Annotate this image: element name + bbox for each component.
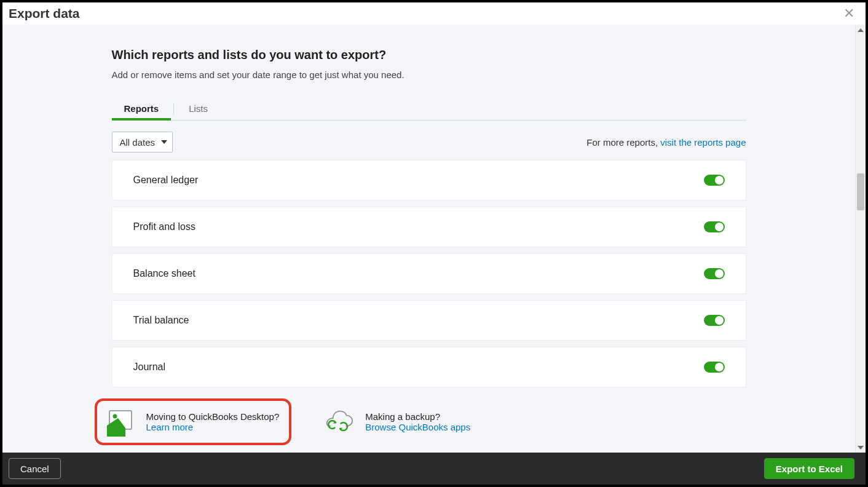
card-text: Making a backup? Browse QuickBooks apps (365, 411, 470, 432)
date-range-value: All dates (120, 137, 156, 148)
card-making-backup: Making a backup? Browse QuickBooks apps (316, 398, 480, 445)
report-item-journal: Journal (112, 347, 746, 387)
report-label: Profit and loss (133, 221, 195, 232)
scroll-down-button[interactable] (856, 442, 866, 453)
tab-separator (173, 103, 174, 114)
report-label: Journal (133, 362, 165, 373)
toggle-journal[interactable] (704, 362, 725, 373)
dialog-title: Export data (9, 6, 80, 21)
report-label: Balance sheet (133, 268, 195, 279)
scroll-area: Which reports and lists do you want to e… (2, 25, 855, 453)
toggle-trial-balance[interactable] (704, 315, 725, 326)
cloud-refresh-icon (323, 407, 354, 437)
visit-reports-page-link[interactable]: visit the reports page (660, 137, 746, 148)
more-reports-prefix: For more reports, (586, 137, 660, 148)
report-item-balance-sheet: Balance sheet (112, 253, 746, 294)
page-heading: Which reports and lists do you want to e… (112, 48, 746, 62)
toggle-knob (715, 269, 724, 278)
toggle-knob (715, 223, 724, 231)
report-list: General ledger Profit and loss Balance s… (112, 160, 746, 387)
page-subheading: Add or remove items and set your date ra… (112, 69, 746, 80)
toggle-knob (715, 363, 724, 371)
toggle-profit-and-loss[interactable] (704, 221, 725, 232)
card-title: Making a backup? (365, 411, 470, 422)
arrow-down-icon (858, 446, 864, 449)
scrollbar-thumb[interactable] (857, 173, 864, 210)
dialog-body: Which reports and lists do you want to e… (2, 25, 866, 453)
dialog-header: Export data ✕ (2, 2, 866, 25)
date-range-select[interactable]: All dates (112, 132, 173, 152)
browse-apps-link[interactable]: Browse QuickBooks apps (365, 422, 470, 432)
tabs: Reports Lists (112, 97, 746, 121)
report-item-trial-balance: Trial balance (112, 300, 746, 341)
arrow-up-icon (858, 28, 864, 32)
card-title: Moving to QuickBooks Desktop? (146, 411, 280, 422)
export-data-dialog: Export data ✕ Which reports and lists do… (0, 0, 868, 487)
card-moving-to-desktop: Moving to QuickBooks Desktop? Learn more (95, 398, 292, 445)
report-label: Trial balance (133, 315, 189, 326)
report-label: General ledger (133, 175, 199, 186)
image-icon (105, 407, 135, 437)
scrollbar-track[interactable] (856, 35, 866, 442)
learn-more-link[interactable]: Learn more (146, 422, 280, 432)
chevron-down-icon (161, 140, 167, 144)
scroll-up-button[interactable] (856, 25, 866, 35)
content: Which reports and lists do you want to e… (112, 48, 746, 445)
toggle-balance-sheet[interactable] (704, 268, 725, 279)
dialog-footer: Cancel Export to Excel (2, 453, 866, 485)
close-icon[interactable]: ✕ (843, 7, 854, 20)
filter-row: All dates For more reports, visit the re… (112, 132, 746, 152)
info-cards: Moving to QuickBooks Desktop? Learn more (95, 398, 746, 445)
report-item-general-ledger: General ledger (112, 160, 746, 200)
tab-reports[interactable]: Reports (112, 97, 172, 120)
card-text: Moving to QuickBooks Desktop? Learn more (146, 411, 280, 432)
toggle-knob (715, 316, 724, 325)
svg-point-1 (112, 414, 117, 419)
toggle-knob (715, 176, 724, 184)
vertical-scrollbar[interactable] (855, 25, 866, 453)
report-item-profit-and-loss: Profit and loss (112, 207, 746, 247)
export-to-excel-button[interactable]: Export to Excel (764, 458, 854, 479)
more-reports-text: For more reports, visit the reports page (586, 137, 746, 148)
cancel-button[interactable]: Cancel (9, 458, 61, 479)
tab-lists[interactable]: Lists (176, 97, 220, 120)
toggle-general-ledger[interactable] (704, 175, 725, 186)
